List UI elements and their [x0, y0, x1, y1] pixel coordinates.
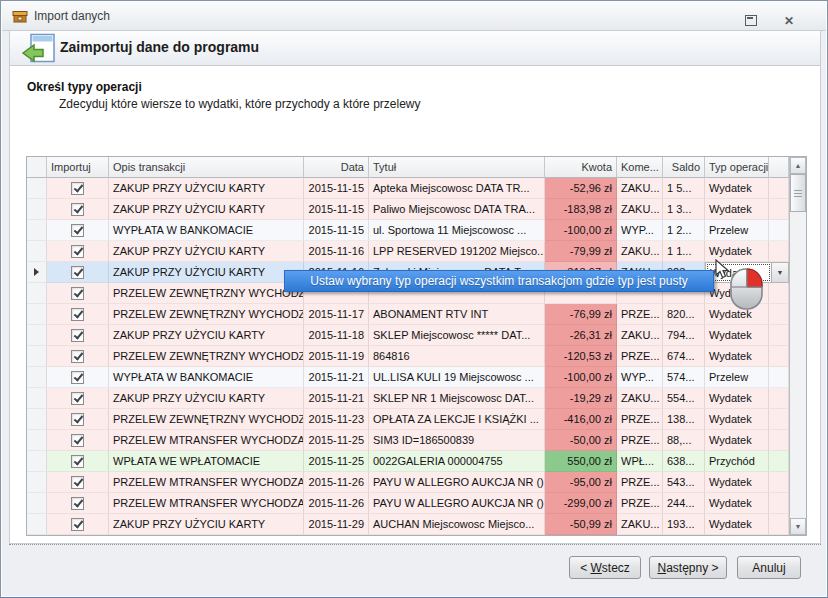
- import-checkbox[interactable]: [71, 497, 84, 510]
- saldo-cell: 543...: [663, 472, 705, 493]
- row-indicator-cell: [27, 514, 47, 535]
- row-indicator-cell: [27, 493, 47, 514]
- transaction-row[interactable]: PRZELEW MTRANSFER WYCHODZACY2015-11-25SI…: [27, 430, 789, 451]
- import-checkbox[interactable]: [71, 455, 84, 468]
- column-header-typ-operacji[interactable]: Typ operacji: [705, 157, 769, 178]
- column-header-tytul[interactable]: Tytuł: [369, 157, 545, 178]
- import-checkbox[interactable]: [71, 245, 84, 258]
- transaction-row[interactable]: ZAKUP PRZY UŻYCIU KARTY2015-11-21SKLEP N…: [27, 388, 789, 409]
- import-cell: [47, 304, 109, 325]
- transaction-row[interactable]: ZAKUP PRZY UŻYCIU KARTY2015-11-15Apteka …: [27, 178, 789, 199]
- column-header-komentarz[interactable]: Kome...: [617, 157, 663, 178]
- import-cell: [47, 325, 109, 346]
- saldo-cell: 1 3...: [663, 199, 705, 220]
- restore-window-button[interactable]: [742, 11, 760, 25]
- row-indicator-cell: [27, 262, 47, 283]
- transaction-row[interactable]: WPŁATA WE WPŁATOMACIE2015-11-250022GALER…: [27, 451, 789, 472]
- import-checkbox[interactable]: [71, 182, 84, 195]
- filler-cell: [769, 241, 789, 262]
- selected-row-indicator-icon: [34, 268, 39, 276]
- data-cell: 2015-11-25: [304, 430, 369, 451]
- transaction-row[interactable]: PRZELEW ZEWNĘTRZNY WYCHODZĄCY2015-11-17A…: [27, 304, 789, 325]
- typ-operacji-cell: Wydatek: [705, 409, 769, 430]
- import-checkbox[interactable]: [71, 266, 84, 279]
- typ-operacji-cell: Wydatek: [705, 388, 769, 409]
- scroll-down-button[interactable]: ▼: [790, 518, 806, 535]
- import-checkbox[interactable]: [71, 392, 84, 405]
- import-cell: [47, 199, 109, 220]
- transaction-row[interactable]: PRZELEW ZEWNĘTRZNY WYCHODZĄCY2015-11-23O…: [27, 409, 789, 430]
- transaction-row[interactable]: PRZELEW MTRANSFER WYCHODZACY2015-11-26PA…: [27, 472, 789, 493]
- import-cell: [47, 388, 109, 409]
- kwota-cell: -95,00 zł: [545, 472, 617, 493]
- dropdown-button[interactable]: ▼: [771, 263, 788, 282]
- footer-separator: [9, 544, 821, 545]
- close-window-button[interactable]: ✕: [780, 11, 798, 25]
- set-type-for-empty-menu-item[interactable]: Ustaw wybrany typ operacji wszystkim tra…: [284, 270, 714, 292]
- column-header-data[interactable]: Data: [304, 157, 369, 178]
- import-checkbox[interactable]: [71, 308, 84, 321]
- typ-operacji-cell: Wydatek: [705, 472, 769, 493]
- filler-cell: [769, 367, 789, 388]
- filler-cell: [769, 346, 789, 367]
- typ-operacji-cell: Wydatek: [705, 514, 769, 535]
- column-header-kwota[interactable]: Kwota: [545, 157, 617, 178]
- column-header-importuj[interactable]: Importuj: [47, 157, 109, 178]
- transaction-row[interactable]: ZAKUP PRZY UŻYCIU KARTY2015-11-18SKLEP M…: [27, 325, 789, 346]
- scrollbar-thumb[interactable]: [790, 174, 806, 212]
- tytul-cell: LPP RESERVED 191202 Miejsco...: [369, 241, 545, 262]
- saldo-cell: 193...: [663, 514, 705, 535]
- import-checkbox[interactable]: [71, 329, 84, 342]
- saldo-cell: 794...: [663, 325, 705, 346]
- app-icon: [12, 8, 28, 28]
- import-checkbox[interactable]: [71, 224, 84, 237]
- import-checkbox[interactable]: [71, 350, 84, 363]
- import-wizard-window: Import danych ✕ Zaimportuj dane do progr…: [0, 0, 828, 598]
- import-checkbox[interactable]: [71, 434, 84, 447]
- import-checkbox[interactable]: [71, 476, 84, 489]
- title-bar[interactable]: Import danych ✕: [2, 2, 826, 31]
- transaction-row[interactable]: ZAKUP PRZY UŻYCIU KARTY2015-11-16LPP RES…: [27, 241, 789, 262]
- import-cell: [47, 514, 109, 535]
- scroll-up-button[interactable]: ▲: [790, 157, 806, 174]
- data-cell: 2015-11-15: [304, 199, 369, 220]
- transaction-row[interactable]: ZAKUP PRZY UŻYCIU KARTY2015-11-29AUCHAN …: [27, 514, 789, 535]
- filler-cell: [769, 283, 789, 304]
- transaction-row[interactable]: ZAKUP PRZY UŻYCIU KARTY2015-11-15Paliwo …: [27, 199, 789, 220]
- column-header-opis-transakcji[interactable]: Opis transakcji: [109, 157, 304, 178]
- transaction-row[interactable]: PRZELEW MTRANSFER WYCHODZACY2015-11-26PA…: [27, 493, 789, 514]
- close-icon: ✕: [784, 14, 794, 28]
- transaction-row[interactable]: PRZELEW ZEWNĘTRZNY WYCHODZĄCY2015-11-198…: [27, 346, 789, 367]
- import-checkbox[interactable]: [71, 371, 84, 384]
- import-cell: [47, 262, 109, 283]
- right-click-mouse-icon: [729, 267, 765, 315]
- column-header-saldo[interactable]: Saldo: [663, 157, 705, 178]
- tytul-cell: 864816: [369, 346, 545, 367]
- banner-title: Zaimportuj dane do programu: [60, 39, 259, 55]
- column-header-filler: [769, 157, 789, 178]
- import-checkbox[interactable]: [71, 413, 84, 426]
- mouse-cursor-icon: [715, 259, 729, 283]
- opis-transakcji-cell: WYPŁATA W BANKOMACIE: [109, 220, 304, 241]
- komentarz-cell: PRZE...: [617, 472, 663, 493]
- opis-transakcji-cell: PRZELEW ZEWNĘTRZNY WYCHODZĄCY: [109, 409, 304, 430]
- filler-cell: [769, 451, 789, 472]
- next-button[interactable]: Następny >: [649, 556, 727, 579]
- komentarz-cell: PRZE...: [617, 493, 663, 514]
- row-indicator-cell: [27, 388, 47, 409]
- import-checkbox[interactable]: [71, 203, 84, 216]
- import-checkbox[interactable]: [71, 287, 84, 300]
- back-button[interactable]: < Wstecz: [569, 556, 641, 579]
- data-cell: 2015-11-29: [304, 514, 369, 535]
- transaction-row[interactable]: WYPŁATA W BANKOMACIE2015-11-21UL.LISA KU…: [27, 367, 789, 388]
- kwota-cell: -26,31 zł: [545, 325, 617, 346]
- kwota-cell: -19,29 zł: [545, 388, 617, 409]
- typ-operacji-cell: Wydatek: [705, 493, 769, 514]
- typ-operacji-cell: Przychód: [705, 451, 769, 472]
- cancel-button[interactable]: Anuluj: [737, 556, 801, 579]
- filler-cell: [769, 514, 789, 535]
- typ-operacji-cell: Wydatek: [705, 346, 769, 367]
- vertical-scrollbar[interactable]: ▲ ▼: [789, 157, 806, 535]
- import-checkbox[interactable]: [71, 518, 84, 531]
- transaction-row[interactable]: WYPŁATA W BANKOMACIE2015-11-15ul. Sporto…: [27, 220, 789, 241]
